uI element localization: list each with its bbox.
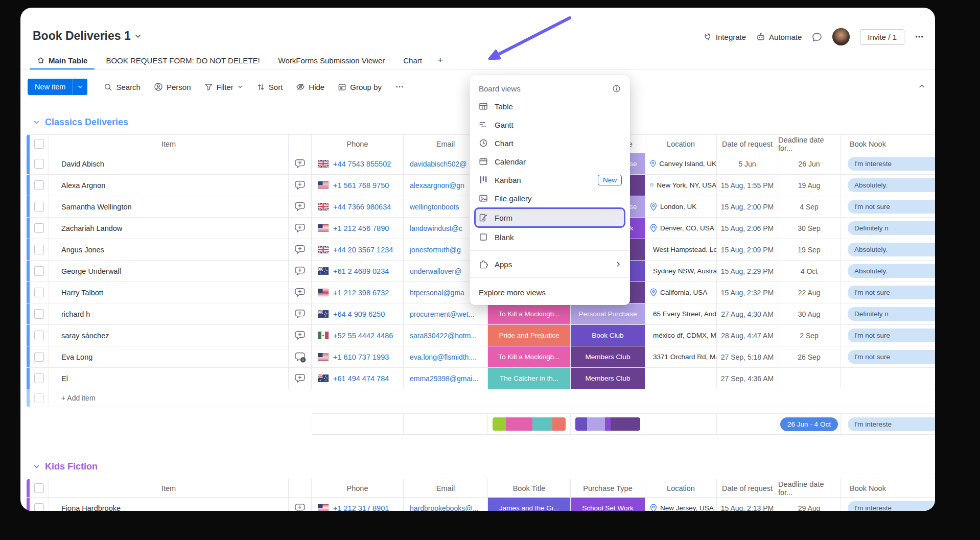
deadline-cell[interactable]: 19 Sep [778, 239, 841, 260]
conversation-cell[interactable] [289, 218, 312, 239]
column-header-date[interactable]: Date of request [717, 135, 778, 153]
book-nook-cell[interactable] [841, 368, 935, 389]
phone-cell[interactable]: +44 7366 980634 [312, 196, 404, 217]
add-item-button[interactable]: + Add item [49, 389, 918, 407]
location-cell[interactable]: 65 Every Street, And... [645, 303, 717, 324]
deadline-cell[interactable]: 29 Aug [778, 498, 841, 511]
item-name-cell[interactable]: Angus Jones [49, 239, 289, 260]
conversation-cell[interactable] [289, 196, 312, 217]
book-nook-cell[interactable]: I'm not sure [841, 282, 935, 303]
deadline-cell[interactable]: 19 Aug [778, 175, 841, 196]
purchase-type-cell[interactable]: Members Club [571, 346, 645, 367]
row-checkbox[interactable] [34, 159, 44, 169]
conversation-cell[interactable] [289, 239, 312, 260]
row-checkbox[interactable] [34, 503, 44, 511]
location-cell[interactable]: California, USA [645, 282, 717, 303]
email-cell[interactable]: sara830422@hotm... [404, 325, 488, 346]
conversation-cell[interactable] [289, 261, 312, 281]
row-checkbox[interactable] [34, 202, 44, 212]
conversation-cell[interactable] [289, 303, 312, 324]
deadline-cell[interactable]: 30 Aug [778, 303, 841, 324]
tab-main-table[interactable]: Main Table [28, 52, 97, 69]
date-of-request-cell[interactable]: 15 Aug, 2:29 PM [717, 261, 778, 281]
row-checkbox[interactable] [34, 266, 44, 276]
avatar[interactable] [832, 28, 850, 45]
integrate-button[interactable]: Integrate [703, 32, 746, 41]
purchase-type-cell[interactable]: Book Club [571, 325, 645, 346]
deadline-cell[interactable]: 30 Sep [778, 218, 841, 239]
date-of-request-cell[interactable]: 15 Aug, 2:00 PM [717, 196, 778, 217]
book-nook-cell[interactable]: I'm not sure [841, 346, 935, 367]
chevron-down-icon[interactable] [134, 32, 142, 40]
book-title-cell[interactable]: Pride and Prejudice [488, 325, 571, 346]
phone-cell[interactable]: +44 7543 855502 [312, 153, 404, 174]
collapse-header-button[interactable] [918, 82, 926, 90]
date-of-request-cell[interactable]: 27 Sep, 5:18 AM [717, 346, 778, 367]
menu-item-form[interactable]: Form [474, 207, 625, 228]
book-nook-cell[interactable]: Absolutely. [841, 175, 935, 196]
row-checkbox[interactable] [34, 223, 44, 233]
location-cell[interactable]: London, UK [645, 196, 717, 217]
location-cell[interactable]: méxico df, CDMX, M... [645, 325, 717, 346]
date-of-request-cell[interactable]: 27 Sep, 4:36 AM [717, 368, 778, 389]
date-of-request-cell[interactable]: 28 Aug, 4:47 AM [717, 325, 778, 346]
item-name-cell[interactable]: Alexa Argnon [49, 175, 289, 196]
book-nook-cell[interactable]: Absolutely. [841, 261, 935, 281]
conversation-cell[interactable] [289, 368, 312, 389]
new-item-dropdown[interactable] [73, 79, 87, 95]
location-cell[interactable]: Denver, CO, USA [645, 218, 717, 239]
row-checkbox[interactable] [34, 352, 44, 362]
phone-cell[interactable]: +61 2 4689 0234 [312, 261, 404, 281]
group-collapse-chevron-icon[interactable] [33, 463, 40, 471]
item-name-cell[interactable]: Eva Long [49, 346, 289, 367]
date-of-request-cell[interactable]: 27 Aug, 4:30 AM [717, 303, 778, 324]
conversation-cell[interactable] [289, 153, 312, 174]
column-header-email[interactable]: Email [404, 479, 488, 497]
person-filter-button[interactable]: Person [149, 79, 196, 95]
book-nook-cell[interactable]: I'm intereste [841, 498, 935, 511]
row-checkbox[interactable] [34, 245, 44, 254]
book-nook-cell[interactable]: Definitely n [841, 218, 935, 239]
row-checkbox[interactable] [34, 180, 44, 190]
location-cell[interactable]: Sydney NSW, Austra... [645, 261, 717, 281]
location-cell[interactable]: 3371 Orchard Rd, Ma... [645, 346, 717, 367]
phone-cell[interactable]: +1 212 317 8901 [312, 498, 404, 511]
add-view-button[interactable]: + [431, 52, 449, 69]
date-of-request-cell[interactable]: 15 Aug, 2:06 PM [717, 218, 778, 239]
date-of-request-cell[interactable]: 15 Aug, 2:09 PM [717, 239, 778, 260]
column-header-location[interactable]: Location [645, 135, 717, 153]
book-nook-cell[interactable]: I'm not sure [841, 325, 935, 346]
phone-cell[interactable]: +52 55 4442 4486 [312, 325, 404, 346]
column-header-location[interactable]: Location [645, 479, 717, 497]
book-title-cell[interactable]: James and the Gi... [488, 498, 571, 511]
info-icon[interactable] [612, 84, 621, 93]
deadline-cell[interactable]: 22 Aug [778, 282, 841, 303]
group-name[interactable]: Kids Fiction [45, 461, 98, 472]
menu-item-chart[interactable]: Chart [470, 134, 630, 152]
sort-button[interactable]: Sort [251, 80, 288, 95]
tab-chart[interactable]: Chart [394, 52, 431, 69]
location-cell[interactable]: West Hampstead, Lo... [645, 239, 717, 260]
explore-more-views-link[interactable]: Explore more views [470, 282, 630, 302]
search-button[interactable]: Search [99, 80, 146, 95]
new-item-button[interactable]: New item [28, 79, 87, 95]
tab-book-request-form-do-not-delete[interactable]: BOOK REQUEST FORM: DO NOT DELETE! [97, 52, 269, 69]
tab-workforms-submission-viewer[interactable]: WorkForms Submission Viewer [269, 52, 394, 69]
phone-cell[interactable]: +1 561 768 9750 [312, 175, 404, 196]
column-header-item[interactable]: Item [49, 135, 289, 153]
column-header-conversation[interactable] [289, 135, 312, 153]
column-header-deadline[interactable]: Deadline date for... [778, 135, 841, 153]
email-cell[interactable]: emma29398@gmai... [404, 368, 488, 389]
menu-item-kanban[interactable]: KanbanNew [470, 171, 630, 189]
deadline-cell[interactable]: 4 Sep [778, 196, 841, 217]
toolbar-more-button[interactable] [390, 79, 409, 95]
board-more-button[interactable] [915, 32, 924, 41]
conversation-cell[interactable] [289, 498, 312, 511]
item-name-cell[interactable]: Fiona Hardbrooke [49, 498, 289, 511]
phone-cell[interactable]: +1 212 456 7890 [312, 218, 404, 239]
email-cell[interactable]: procurement@wet... [404, 303, 488, 324]
column-header-phone[interactable]: Phone [312, 135, 404, 153]
column-header-nook[interactable]: Book Nook [841, 479, 935, 497]
item-name-cell[interactable]: David Abisch [49, 153, 289, 174]
column-header-purchase[interactable]: Purchase Type [571, 479, 645, 497]
